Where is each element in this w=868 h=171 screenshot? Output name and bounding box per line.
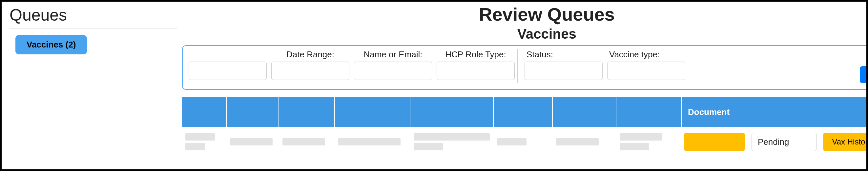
filter-hcp-role: HCP Role Type: [437,49,515,83]
skeleton [556,138,599,145]
skeleton [185,143,205,150]
filter-panel: Date Range: Name or Email: HCP Role Type… [182,45,868,90]
filter-group-right: Status: Vaccine type: [525,49,685,83]
hcp-role-label: HCP Role Type: [445,49,506,60]
th-0[interactable] [182,97,227,127]
cell-document: Pending Vax History [682,130,868,153]
cell-1 [227,130,279,153]
name-email-input[interactable] [354,62,432,80]
results-table: Document [182,97,868,153]
skeleton [414,143,443,150]
cell-7 [616,130,682,153]
skeleton [338,138,401,145]
th-3[interactable] [335,97,410,127]
th-4[interactable] [410,97,494,127]
filter-date-range: Date Range: [271,49,349,83]
queue-vaccines-pill[interactable]: Vaccines (2) [16,35,87,55]
filter-divider [517,49,518,83]
th-5[interactable] [494,97,553,127]
page-title: Review Queues [182,4,868,25]
status-input[interactable] [525,62,602,80]
skeleton [185,133,215,140]
filter-name-email: Name or Email: [354,49,432,83]
th-1[interactable] [227,97,279,127]
th-6[interactable] [553,97,616,127]
cell-6 [553,130,616,153]
section-title: Vaccines [182,26,868,42]
sidebar-divider [9,28,177,29]
th-2[interactable] [279,97,335,127]
status-value[interactable]: Pending [751,133,816,151]
apply-filters-button[interactable] [860,66,868,83]
cell-2 [279,130,335,153]
cell-3 [335,130,410,153]
cell-5 [494,130,553,153]
table-row: Pending Vax History [182,127,868,153]
cell-0 [182,130,227,153]
filter-vaccine-type: Vaccine type: [607,49,685,83]
filter-actions [860,49,868,83]
main-content: Review Queues Vaccines Date Range: Name … [182,2,868,169]
skeleton [414,133,490,140]
vax-history-button[interactable]: Vax History [823,133,868,151]
th-7[interactable] [616,97,682,127]
name-email-label: Name or Email: [364,49,422,60]
th-document[interactable]: Document [682,97,868,127]
filter-status: Status: [525,49,602,83]
filter-group-left: Date Range: Name or Email: HCP Role Type… [189,49,515,83]
skeleton [620,133,662,140]
date-to-input[interactable] [271,62,349,80]
document-action-button[interactable] [684,133,745,151]
skeleton [497,138,527,145]
sidebar: Queues Vaccines (2) [2,2,182,169]
vaccine-type-label: Vaccine type: [607,49,660,60]
skeleton [620,143,649,150]
cell-4 [410,130,494,153]
date-range-label: Date Range: [286,49,334,60]
date-from-input[interactable] [189,62,267,80]
status-label: Status: [525,49,553,60]
skeleton [230,138,273,145]
table-header: Document [182,97,868,127]
sidebar-title: Queues [9,6,174,27]
skeleton [282,138,325,145]
filter-date-range-from [189,49,267,83]
hcp-role-input[interactable] [437,62,515,80]
vaccine-type-input[interactable] [607,62,685,80]
